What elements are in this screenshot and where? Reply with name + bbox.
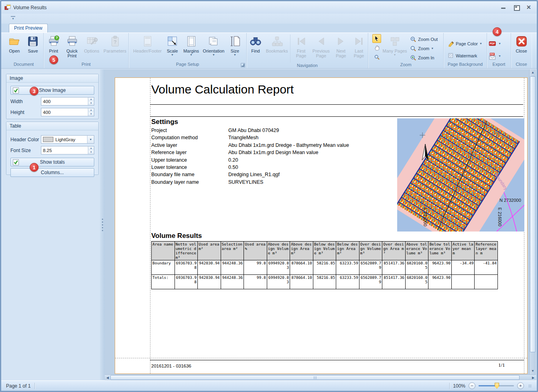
zoom-out-button[interactable]: Zoom Out: [408, 35, 439, 43]
save-button[interactable]: Save: [24, 34, 42, 53]
font-size-input[interactable]: [41, 146, 88, 154]
header-color-dropdown-icon[interactable]: ▼: [87, 136, 94, 143]
close-window-button[interactable]: ✕: [526, 5, 532, 10]
zoom-in-status-button[interactable]: +: [517, 382, 524, 389]
bookmarks-button[interactable]: Bookmarks: [264, 34, 289, 53]
watermark-button[interactable]: Watermark: [446, 51, 479, 60]
columns-button[interactable]: Columns...: [10, 168, 94, 177]
export-email-button[interactable]: PDF ▼: [487, 52, 503, 60]
horizontal-scroll-thumb[interactable]: [110, 375, 520, 380]
zoom-out-status-button[interactable]: −: [469, 382, 475, 389]
zoom-out-icon: [410, 36, 416, 43]
show-totals-checkbox[interactable]: [13, 159, 19, 165]
magnifier-tool-button[interactable]: [372, 53, 381, 61]
scroll-left-arrow[interactable]: ◀: [105, 375, 110, 381]
header-color-combo[interactable]: LightGray ▼: [41, 135, 94, 144]
vr-col-header: Area name: [152, 242, 175, 260]
height-stepper[interactable]: ▲▼: [88, 108, 94, 116]
height-input[interactable]: [41, 108, 88, 116]
zoom-slider-thumb[interactable]: [495, 383, 499, 389]
next-page-button[interactable]: Next Page: [332, 34, 350, 58]
header-color-swatch: [43, 137, 53, 142]
svg-text:PDF: PDF: [490, 53, 494, 55]
width-stepper[interactable]: ▲▼: [88, 97, 94, 105]
hand-tool-button[interactable]: [372, 43, 381, 52]
vr-col-header: Used area %: [244, 242, 267, 260]
zoom-slider[interactable]: [479, 385, 514, 386]
vr-cell: 99.8: [244, 260, 267, 275]
previous-page-button[interactable]: Previous Page: [310, 34, 332, 58]
vr-cell: 6820160.05: [405, 260, 428, 275]
page-color-dropdown-icon: ▼: [479, 42, 482, 45]
margins-button[interactable]: Margins ▼: [181, 34, 201, 56]
settings-label: Boundary file name: [151, 172, 228, 179]
nav-separator: [290, 35, 290, 63]
restore-button[interactable]: [514, 5, 519, 10]
scale-button[interactable]: Scale ▼: [164, 34, 181, 56]
orientation-button[interactable]: Orientation ▼: [201, 34, 226, 56]
zoom-button[interactable]: Zoom ▼: [408, 44, 439, 53]
app-icon: [4, 4, 11, 11]
status-separator: [35, 383, 35, 389]
scroll-up-arrow[interactable]: ▲: [530, 69, 536, 76]
app-window: Volume Results ✕ ▾ Print Preview Open: [0, 0, 538, 392]
vr-cell: 942030.94: [198, 275, 221, 289]
last-page-button[interactable]: Last Page: [350, 34, 368, 58]
pointer-tool-button[interactable]: [372, 34, 381, 43]
vr-cell: 99.8: [244, 275, 267, 289]
size-button[interactable]: Size ▼: [226, 34, 244, 56]
vr-cell: 96423.90: [428, 275, 452, 289]
header-footer-button[interactable]: Header/Footer: [132, 34, 164, 53]
parameters-button[interactable]: ? Parameters: [102, 34, 128, 53]
svg-text:?: ?: [55, 36, 57, 40]
tab-print-preview[interactable]: Print Preview: [9, 24, 48, 32]
zoom-in-button[interactable]: Zoom In: [408, 53, 439, 62]
preview-viewport[interactable]: Volume Calculation Report Settings Proje…: [105, 69, 529, 374]
margins-icon: [185, 35, 198, 48]
export-file-dropdown-icon: ▼: [498, 42, 501, 45]
width-field[interactable]: ▲▼: [41, 97, 94, 106]
export-file-button[interactable]: PDF ▼: [487, 39, 503, 48]
vr-cell: 944248.36: [221, 275, 244, 289]
print-button[interactable]: ? Print: [45, 34, 63, 53]
vr-col-header: Over design Volume m³: [359, 242, 382, 260]
many-pages-button[interactable]: Many Pages ▼: [382, 34, 408, 56]
qat-customize-icon[interactable]: ▾: [11, 16, 15, 20]
font-size-stepper[interactable]: ▲▼: [88, 146, 94, 154]
first-page-icon: [295, 35, 308, 48]
resize-grip[interactable]: [529, 385, 531, 387]
header-footer-icon: [141, 35, 154, 48]
options-pane: Image Show Image Width ▲▼ Height ▲▼: [1, 69, 100, 380]
quick-print-button[interactable]: Quick Print: [63, 34, 81, 58]
horizontal-scrollbar[interactable]: ◀ ▶: [105, 374, 536, 380]
vr-col-header: Above design Volume m³: [267, 242, 290, 260]
table-row: Totals:6936703.98942030.94944248.3699.86…: [152, 275, 498, 289]
font-size-field[interactable]: ▲▼: [41, 146, 94, 154]
scroll-down-arrow[interactable]: ▼: [530, 368, 536, 374]
show-image-button[interactable]: Show Image: [10, 86, 94, 95]
ribbon-group-zoom: Many Pages ▼ Zoom Out Zoom ▼ Z: [368, 33, 444, 68]
title-bar[interactable]: Volume Results ✕: [1, 1, 537, 14]
page-color-button[interactable]: Page Color ▼: [446, 39, 484, 48]
preview-page[interactable]: Volume Calculation Report Settings Proje…: [115, 77, 528, 374]
vr-col-header: Netto volumetric difference m³: [175, 242, 198, 260]
hand-icon: [374, 45, 380, 51]
vertical-scrollbar[interactable]: ▲ ▼: [529, 69, 536, 374]
show-totals-button[interactable]: Show totals: [10, 158, 94, 167]
close-preview-button[interactable]: Close: [512, 34, 531, 53]
zoom-icon: [410, 45, 416, 52]
options-button[interactable]: Options: [81, 34, 102, 53]
minimize-button[interactable]: [501, 5, 506, 10]
find-button[interactable]: Find: [247, 34, 264, 53]
scroll-right-arrow[interactable]: ▶: [530, 375, 536, 381]
show-image-checkbox[interactable]: [13, 87, 19, 93]
vertical-scroll-thumb[interactable]: [530, 76, 536, 352]
first-page-button[interactable]: First Page: [292, 34, 310, 58]
open-button[interactable]: Open: [5, 34, 24, 53]
columns-label: Columns...: [41, 170, 64, 175]
callout-badge-columns: 1: [30, 163, 39, 172]
height-field[interactable]: ▲▼: [41, 108, 94, 116]
pane-splitter[interactable]: [100, 69, 105, 380]
page-setup-dialog-launcher[interactable]: [241, 63, 245, 67]
width-input[interactable]: [41, 97, 88, 105]
